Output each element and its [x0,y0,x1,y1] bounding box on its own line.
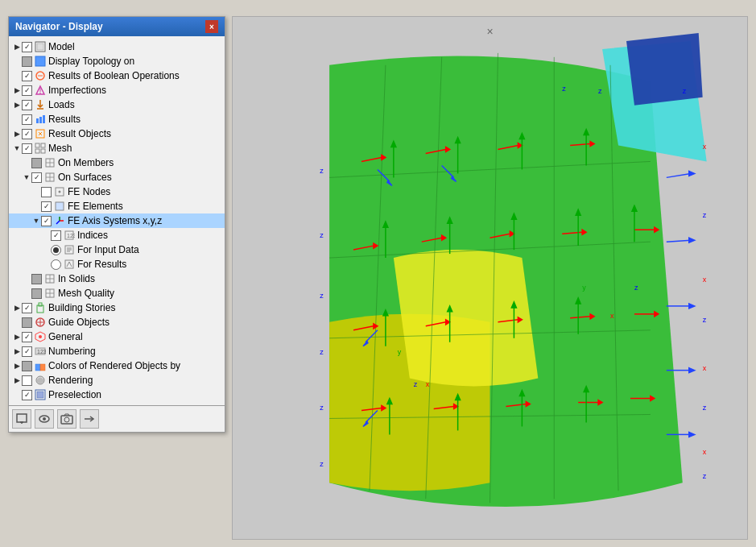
expand-imperfections[interactable] [12,85,22,95]
camera-button[interactable] [57,409,76,429]
checkbox-guide[interactable] [22,317,32,328]
tree-item-rendering[interactable]: Rendering [9,373,225,387]
checkbox-preselection[interactable] [22,390,32,400]
checkbox-topology[interactable] [22,56,32,67]
checkbox-boolean[interactable] [22,71,32,81]
boolean-icon [34,69,47,82]
checkbox-in-solids[interactable] [31,274,42,284]
navigator-tree: Model Display Topology on Results of Boo… [9,36,225,405]
svg-text:z: z [598,87,602,95]
svg-text:123: 123 [67,233,75,238]
svg-text:123: 123 [37,349,46,354]
tree-item-imperfections[interactable]: Imperfections [9,83,225,97]
topology-icon [34,55,47,68]
tree-item-loads[interactable]: Loads [9,97,225,112]
general-label: General [48,331,83,342]
tree-item-for-input[interactable]: For Input Data [9,242,225,257]
mesh-icon [34,142,47,155]
tree-item-for-results[interactable]: For Results [9,257,225,271]
loads-icon [34,98,47,111]
tree-item-result-objects[interactable]: Result Objects [9,126,225,141]
display-button[interactable] [12,409,31,429]
loads-label: Loads [48,99,75,110]
checkbox-fe-elements[interactable] [41,201,52,212]
checkbox-rendering[interactable] [22,375,32,386]
tree-item-colors-rendered[interactable]: Colors of Rendered Objects by [9,358,225,373]
checkbox-model[interactable] [22,42,32,52]
expand-model[interactable] [12,42,22,52]
tree-item-preselection[interactable]: Preselection [9,387,225,402]
tree-item-on-members[interactable]: On Members [9,155,225,170]
preselection-label: Preselection [48,389,101,400]
expand-colors[interactable] [12,361,22,371]
tree-item-mesh-quality[interactable]: Mesh Quality [9,286,225,300]
svg-text:z: z [634,284,638,292]
checkbox-on-members[interactable] [31,158,42,168]
checkbox-colors[interactable] [22,361,32,371]
expand-numbering[interactable] [12,346,22,356]
checkbox-indices[interactable] [51,230,61,241]
mesh-quality-icon [43,287,56,300]
expand-result-objects[interactable] [12,129,22,139]
expand-loads[interactable] [12,100,22,110]
colors-icon [34,359,47,372]
checkbox-fe-nodes[interactable] [41,187,52,197]
indices-label: Indices [77,230,108,241]
expand-fe-axis[interactable] [31,216,41,226]
radio-for-input[interactable] [51,245,61,255]
checkbox-imperfections[interactable] [22,85,32,96]
checkbox-loads[interactable] [22,100,32,110]
numbering-label: Numbering [48,346,96,357]
svg-text:x: x [703,448,707,456]
model-icon [34,40,47,53]
expand-mesh[interactable] [12,143,22,153]
expand-on-surfaces[interactable] [22,172,31,182]
svg-text:z: z [320,348,324,356]
tree-item-numbering[interactable]: 123 Numbering [9,344,225,358]
checkbox-result-objects[interactable] [22,129,32,139]
viewport[interactable]: × [232,16,748,540]
mesh-label: Mesh [48,143,72,154]
svg-text:x: x [610,312,614,320]
expand-rendering[interactable] [12,375,22,385]
svg-rect-12 [35,143,39,147]
in-solids-icon [43,272,56,285]
checkbox-mesh-quality[interactable] [31,288,42,299]
tree-item-boolean[interactable]: Results of Boolean Operations [9,68,225,83]
svg-line-27 [56,221,60,224]
tree-item-general[interactable]: General [9,329,225,344]
result-objects-icon [34,127,47,140]
eye-button[interactable] [35,409,54,429]
tree-item-in-solids[interactable]: In Solids [9,271,225,286]
expand-general[interactable] [12,332,22,342]
radio-for-results[interactable] [51,259,61,270]
tree-item-fe-elements[interactable]: FE Elements [9,199,225,213]
viewport-close-icon[interactable]: × [486,25,493,38]
tree-item-results[interactable]: Results [9,112,225,126]
general-icon [34,330,47,343]
results-icon [34,113,47,126]
expand-building[interactable] [12,303,22,313]
checkbox-mesh[interactable] [22,143,32,154]
navigator-close-button[interactable]: × [205,20,218,33]
arrow-button[interactable] [80,409,99,429]
tree-item-fe-axis[interactable]: FE Axis Systems x,y,z [9,213,225,228]
svg-rect-1 [37,44,43,50]
tree-item-model[interactable]: Model [9,39,225,54]
checkbox-building[interactable] [22,303,32,313]
tree-item-on-surfaces[interactable]: On Surfaces [9,170,225,184]
tree-item-guide-objects[interactable]: Guide Objects [9,315,225,329]
svg-text:x: x [703,364,707,372]
fe-elements-icon [53,200,66,213]
tree-item-mesh[interactable]: Mesh [9,141,225,155]
tree-item-display-topology[interactable]: Display Topology on [9,54,225,68]
checkbox-on-surfaces[interactable] [31,172,42,183]
checkbox-general[interactable] [22,332,32,342]
tree-item-building-stories[interactable]: Building Stories [9,300,225,315]
checkbox-results[interactable] [22,114,32,125]
input-data-icon [63,243,76,256]
tree-item-fe-nodes[interactable]: FE Nodes [9,184,225,199]
tree-item-indices[interactable]: 123 Indices [9,228,225,242]
checkbox-fe-axis[interactable] [41,216,52,226]
checkbox-numbering[interactable] [22,346,32,357]
